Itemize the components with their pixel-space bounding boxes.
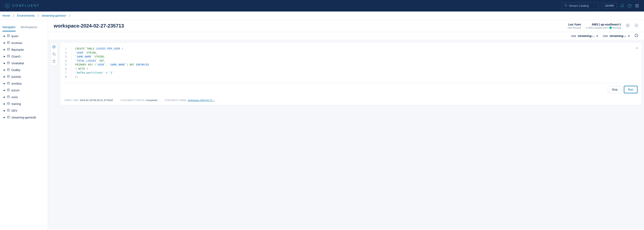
stream-catalog-search[interactable]: Stream Catalog	[562, 3, 598, 9]
tree-item[interactable]: ▶Bquirante	[0, 46, 48, 53]
tree-item[interactable]: ▶lyuen	[0, 33, 48, 39]
trash-icon[interactable]	[52, 60, 56, 64]
menu-icon[interactable]	[635, 4, 639, 8]
code-content[interactable]: CREATE TABLE LOSSES_PER_USER ( `USER` ST…	[71, 47, 149, 79]
tree-item[interactable]: ▶jnichols	[0, 73, 48, 80]
start-time-field: START TIME: 2024-02-28T00:35:01.477924Z	[64, 99, 113, 101]
database-icon	[7, 48, 10, 51]
info-icon[interactable]	[634, 34, 638, 38]
bell-icon[interactable]	[620, 4, 624, 8]
tree-item[interactable]: ▶emolina	[0, 80, 48, 87]
tab-workspaces[interactable]: Workspaces	[20, 23, 37, 31]
editor-card: 12345678 CREATE TABLE LOSSES_PER_USER ( …	[60, 43, 642, 105]
tree-item[interactable]: ▶smahabal	[0, 60, 48, 67]
database-icon	[7, 61, 10, 65]
confluent-logo-icon	[5, 3, 10, 8]
pool-name: cc-flink-compute-pool |	[586, 27, 608, 29]
tree-item[interactable]: ▶Dudley	[0, 67, 48, 73]
code-editor[interactable]: 12345678 CREATE TABLE LOSSES_PER_USER ( …	[64, 47, 634, 79]
database-icon	[7, 82, 10, 85]
statement-name-link[interactable]: workspace-2024-02-27...	[188, 99, 214, 101]
use-database-value: streaming-...	[610, 34, 626, 38]
svg-rect-27	[54, 54, 55, 55]
tree-item[interactable]: ▶ecuevas	[0, 39, 48, 46]
use-catalog-selector[interactable]: Use streaming-... ▾	[571, 34, 598, 38]
tree-item-label: Bquirante	[12, 48, 24, 51]
svg-point-2	[628, 4, 632, 8]
gear-icon[interactable]	[626, 24, 630, 28]
tree-item[interactable]: ▶streaming-gamestb	[0, 114, 48, 121]
svg-point-4	[8, 35, 10, 35]
content-area: workspace-2024-02-27-235713 Leo Yuen Use…	[48, 20, 644, 229]
use-catalog-value: streaming-...	[578, 34, 595, 38]
user-name: Leo Yuen	[568, 23, 581, 26]
user-role: User Account	[568, 27, 581, 29]
tree-item-label: ericort	[12, 89, 20, 92]
svg-point-15	[8, 109, 10, 110]
chevron-right-icon: ❯	[69, 14, 71, 17]
tree-item[interactable]: ▶ericort	[0, 87, 48, 94]
workspace-header: workspace-2024-02-27-235713 Leo Yuen Use…	[48, 20, 644, 32]
caret-right-icon: ▶	[4, 109, 5, 112]
svg-point-10	[8, 75, 10, 76]
use-database-selector[interactable]: Use streaming-... ▾	[603, 34, 630, 38]
database-icon	[7, 34, 10, 38]
search-icon	[564, 4, 567, 8]
svg-point-16	[8, 116, 10, 117]
tree-item[interactable]: ▶oooo	[0, 94, 48, 100]
run-button[interactable]: Run	[624, 86, 638, 93]
svg-point-17	[628, 25, 628, 26]
breadcrumb-env-name[interactable]: streaming-gamesvr	[42, 14, 66, 17]
sidebar-tabs: Navigator Workspaces	[0, 20, 48, 31]
svg-point-7	[8, 55, 10, 56]
tree-item-label: smahabal	[12, 62, 24, 65]
tree-item-label: streaming-gamestb	[12, 116, 36, 119]
main-layout: Navigator Workspaces ▶lyuen▶ecuevas▶Bqui…	[0, 20, 644, 229]
tree-item-label: jnichols	[12, 75, 21, 78]
tree-item[interactable]: ▶training	[0, 100, 48, 107]
caret-right-icon: ▶	[4, 96, 5, 98]
use-prefix: Use	[571, 34, 576, 38]
svg-point-9	[8, 68, 10, 69]
database-icon	[7, 88, 10, 92]
brand-logo[interactable]: CONFLUENT	[5, 3, 40, 8]
brand-text: CONFLUENT	[12, 4, 40, 8]
svg-point-5	[8, 41, 10, 42]
start-time-label: START TIME:	[64, 99, 79, 101]
chevron-down-icon: ▾	[628, 34, 630, 38]
tree-item[interactable]: ▶OzanG	[0, 53, 48, 60]
caret-right-icon: ▶	[4, 55, 5, 58]
caret-right-icon: ▶	[4, 48, 5, 51]
status-value: Completed	[146, 99, 158, 101]
caret-right-icon: ▶	[4, 35, 5, 37]
breadcrumb-home[interactable]: Home	[2, 14, 10, 17]
chevron-right-icon: ❯	[37, 14, 39, 17]
database-icon	[7, 55, 10, 58]
status-label: STATEMENT STATUS:	[120, 99, 145, 101]
add-cell-icon[interactable]	[52, 45, 56, 49]
svg-point-11	[8, 82, 10, 83]
database-icon	[7, 116, 10, 119]
tree-item-label: ecuevas	[12, 41, 22, 45]
use-selector-row: Use streaming-... ▾ Use streaming-... ▾	[48, 32, 644, 40]
stop-button[interactable]: Stop	[608, 86, 622, 93]
line-numbers: 12345678	[64, 47, 71, 79]
learn-button[interactable]: LEARN	[602, 3, 617, 9]
svg-point-6	[8, 48, 10, 49]
plus-circle-icon[interactable]	[634, 24, 638, 28]
help-icon[interactable]	[628, 4, 632, 8]
svg-point-8	[8, 62, 10, 62]
chevron-down-icon: ▾	[596, 34, 598, 38]
caret-right-icon: ▶	[4, 69, 5, 71]
database-icon	[7, 75, 10, 78]
svg-line-1	[566, 6, 567, 7]
chevron-down-icon[interactable]: ▾	[634, 47, 638, 79]
name-label: STATEMENT NAME:	[165, 99, 187, 101]
tab-navigator[interactable]: Navigator	[2, 23, 16, 31]
caret-right-icon: ▶	[4, 76, 5, 78]
region-block[interactable]: AWS | ap-southeast-1 cc-flink-compute-po…	[586, 23, 621, 29]
tree-item[interactable]: ▶DEV	[0, 107, 48, 114]
breadcrumb-environments[interactable]: Environments	[17, 14, 35, 17]
copy-icon[interactable]	[52, 53, 56, 56]
user-account-block[interactable]: Leo Yuen User Account	[568, 23, 581, 29]
